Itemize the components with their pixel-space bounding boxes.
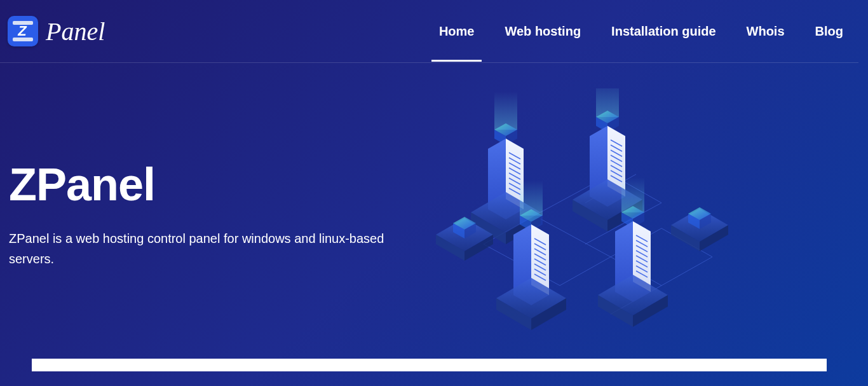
logo-area[interactable]: Z Panel: [8, 16, 105, 46]
header: Z Panel Home Web hosting Installation gu…: [0, 0, 858, 63]
logo-letter: Z: [18, 23, 26, 39]
hero-section: ZPanel ZPanel is a web hosting control p…: [0, 63, 858, 371]
logo-icon: Z: [8, 16, 38, 46]
hero-title: ZPanel: [9, 158, 426, 210]
nav-web-hosting[interactable]: Web hosting: [505, 24, 581, 62]
hero-text: ZPanel ZPanel is a web hosting control p…: [9, 101, 426, 371]
nav-home[interactable]: Home: [439, 24, 475, 62]
nav-installation-guide[interactable]: Installation guide: [611, 24, 715, 62]
hero-subtitle: ZPanel is a web hosting control panel fo…: [9, 228, 403, 269]
nav-whois[interactable]: Whois: [747, 24, 785, 62]
content-panel-top: [32, 359, 827, 371]
brand-name: Panel: [46, 17, 105, 46]
hero-graphic: [426, 101, 844, 371]
nav-blog[interactable]: Blog: [815, 24, 843, 62]
servers-illustration-icon: [426, 88, 776, 368]
main-nav: Home Web hosting Installation guide Whoi…: [439, 24, 843, 39]
